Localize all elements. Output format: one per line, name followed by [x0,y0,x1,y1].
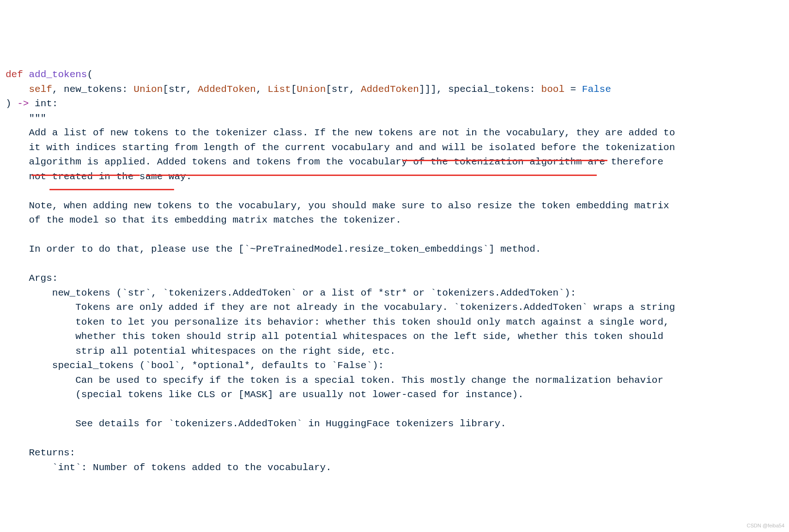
code-block: def add_tokens( self, new_tokens: Union[… [6,67,783,475]
keyword-self: self [29,84,52,95]
doc-line: of the model so that its embedding matri… [6,215,401,225]
function-name: add_tokens [29,69,87,80]
arrow-return: -> [17,98,29,109]
doc-arg-special-tokens: special_tokens (`bool`, *optional*, defa… [6,360,384,371]
doc-args-header: Args: [6,273,58,284]
doc-returns-header: Returns: [6,447,75,458]
annotation-underline [31,175,140,176]
annotation-underline [402,160,607,161]
annotation-underline [49,189,174,190]
doc-line: strip all potential whitespaces on the r… [6,346,395,357]
doc-line: token to let you personalize its behavio… [6,317,669,327]
param-special-tokens: special_tokens: [448,84,541,95]
doc-line: See details for `tokenizers.AddedToken` … [6,418,506,429]
doc-line: Tokens are only added if they are not al… [6,302,675,313]
annotation-underline [146,175,597,176]
watermark: CSDN @feiba54 [747,522,784,530]
doc-line: Add a list of new tokens to the tokenize… [6,127,675,138]
type-union: Union [134,84,163,95]
doc-arg-new-tokens: new_tokens (`str`, `tokenizers.AddedToke… [6,288,576,298]
doc-line: whether this token should strip all pote… [6,331,663,342]
keyword-def: def [6,69,23,80]
type-list: List [267,84,291,95]
doc-line: algorithm is applied. Added tokens and t… [6,157,663,167]
doc-line: not treated in the same way. [6,171,192,182]
doc-line: (special tokens like CLS or [MASK] are u… [6,389,524,400]
return-type: int: [29,98,58,109]
value-false: False [582,84,611,95]
doc-line: In order to do that, please use the [`~P… [6,244,541,254]
doc-line: Can be used to specify if the token is a… [6,375,663,386]
doc-line: it with indices starting from length of … [6,142,675,153]
param-new-tokens: new_tokens: [64,84,134,95]
type-addedtoken: AddedToken [198,84,256,95]
doc-return-desc: `int`: Number of tokens added to the voc… [6,462,332,473]
type-bool: bool [541,84,564,95]
doc-line: Note, when adding new tokens to the voca… [6,200,669,211]
docstring-open: """ [6,113,46,124]
paren-open: ( [87,69,93,80]
